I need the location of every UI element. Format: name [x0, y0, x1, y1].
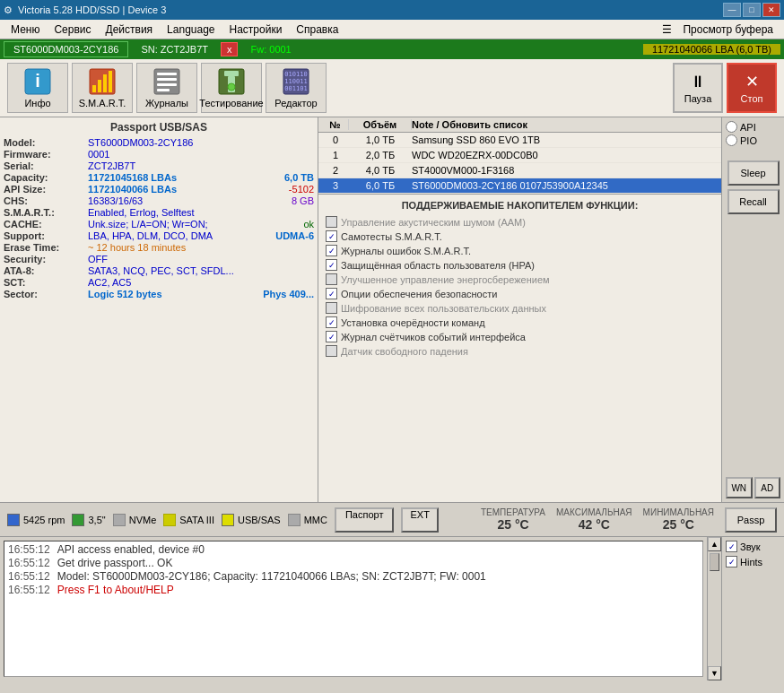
pause-label: Пауза: [684, 93, 712, 104]
device-close-button[interactable]: x: [221, 42, 239, 56]
capacity-row: Capacity: 11721045168 LBAs 6,0 TB: [4, 172, 314, 183]
firmware-value: 0001: [88, 149, 109, 160]
log-scrollbar: ▲ ▼: [707, 537, 721, 680]
menu-item-language[interactable]: Language: [160, 22, 222, 38]
feature-checkbox-6[interactable]: [326, 302, 337, 314]
temp-current: ТЕМПЕРАТУРА 25 °C: [481, 507, 545, 532]
radio-pio-input[interactable]: [726, 134, 737, 146]
sct-value: AC2, AC5: [88, 277, 131, 288]
radio-api[interactable]: API: [726, 121, 780, 133]
feature-checkbox-2[interactable]: ✓: [326, 245, 337, 256]
info-button[interactable]: i Инфо: [7, 63, 68, 113]
ext-button[interactable]: EXT: [401, 507, 438, 533]
sound-checkbox[interactable]: ✓: [726, 541, 737, 552]
svg-rect-6: [109, 71, 112, 92]
drive-num-0: 0: [322, 134, 349, 145]
close-button[interactable]: ✕: [762, 3, 780, 17]
feature-checkbox-5[interactable]: ✓: [326, 288, 337, 299]
capacity-right: 6,0 TB: [284, 172, 314, 183]
security-row: Security: OFF: [4, 254, 314, 264]
menu-item-settings[interactable]: Настройки: [222, 22, 290, 38]
ad-button[interactable]: AD: [754, 477, 781, 498]
journals-label: Журналы: [145, 98, 188, 108]
feature-checkbox-7[interactable]: ✓: [326, 316, 337, 328]
title-bar: ⚙ Victoria 5.28 HDD/SSD | Device 3 — □ ✕: [0, 0, 784, 20]
log-line-2: 16:55:12 Model: ST6000DM003-2CY186; Capa…: [8, 570, 699, 583]
col-header-note[interactable]: Note / Обновить список: [412, 119, 718, 130]
stop-button[interactable]: ✕ Стоп: [727, 63, 777, 113]
drive-row-1[interactable]: 1 2,0 ТБ WDC WD20EZRX-00DC0B0: [318, 148, 721, 163]
fw-info: Fw: 0001: [241, 44, 300, 55]
buffer-button[interactable]: Просмотр буфера: [675, 22, 780, 38]
testing-button[interactable]: Тестирование: [201, 63, 262, 113]
log-scroll[interactable]: 16:55:12 API access enabled, device #0 1…: [4, 541, 703, 677]
journals-button[interactable]: Журналы: [136, 63, 197, 113]
rpm-dot: [7, 514, 20, 526]
smart-label: S.M.A.R.T.: [79, 98, 126, 108]
svg-rect-3: [92, 85, 96, 92]
hints-checkbox[interactable]: ✓: [726, 556, 737, 567]
buffer-icon: ☰: [662, 23, 672, 36]
menu-item-help[interactable]: Справка: [289, 22, 345, 38]
chs-row: CHS: 16383/16/63 8 GB: [4, 195, 314, 206]
scroll-down-button[interactable]: ▼: [708, 666, 721, 680]
feature-text-8: Журнал счётчиков событий интерфейса: [341, 332, 526, 342]
feature-checkbox-3[interactable]: ✓: [326, 259, 337, 271]
smart-button[interactable]: S.M.A.R.T.: [72, 63, 133, 113]
feature-text-5: Опции обеспечения безопасности: [341, 289, 497, 299]
scroll-up-button[interactable]: ▲: [708, 537, 721, 551]
passport-button[interactable]: Паспорт: [335, 507, 395, 533]
ata8-label: ATA-8:: [4, 265, 84, 276]
svg-text:001101: 001101: [284, 85, 307, 92]
feature-checkbox-8[interactable]: ✓: [326, 331, 337, 342]
editor-button[interactable]: 010110 110011 001101 Редактор: [266, 63, 327, 113]
drive-list-header: № Объём Note / Обновить список: [318, 117, 721, 133]
sector-logic: Logic 512 bytes: [88, 289, 162, 299]
recall-button[interactable]: Recall: [727, 189, 780, 214]
sleep-button[interactable]: Sleep: [727, 160, 780, 186]
feature-checkbox-4[interactable]: [326, 273, 337, 285]
drive-row-3[interactable]: 3 6,0 ТБ ST6000DM003-2CY186 0107J53900A1…: [318, 178, 721, 194]
radio-api-input[interactable]: [726, 121, 737, 133]
passp-sidebar-button[interactable]: Passp: [725, 507, 777, 533]
support-label: Support:: [4, 230, 84, 241]
drive-row-0[interactable]: 0 1,0 ТБ Samsung SSD 860 EVO 1TB: [318, 133, 721, 148]
feature-checkbox-1[interactable]: ✓: [326, 230, 337, 242]
apisize-value: 11721040066 LBAs: [88, 184, 177, 195]
drive-row-2[interactable]: 2 4,0 ТБ ST4000VM000-1F3168: [318, 163, 721, 178]
feature-checkbox-9[interactable]: [326, 345, 337, 357]
menu-item-menu[interactable]: Меню: [4, 22, 47, 38]
apisize-label: API Size:: [4, 184, 84, 195]
sector-row: Sector: Logic 512 bytes Phys 409...: [4, 289, 314, 299]
editor-label: Редактор: [274, 98, 317, 108]
device-tab[interactable]: ST6000DM003-2CY186: [4, 41, 128, 57]
wn-ad-group: WN AD: [726, 477, 780, 498]
radio-pio[interactable]: PIO: [726, 134, 780, 146]
minimize-button[interactable]: —: [723, 3, 741, 17]
smart-label: S.M.A.R.T.:: [4, 207, 84, 218]
temp-max-label: МАКСИМАЛЬНАЯ: [556, 507, 632, 517]
drive-vol-0: 1,0 ТБ: [349, 134, 412, 145]
log-container: 16:55:12 API access enabled, device #0 1…: [0, 537, 707, 680]
log-line-0: 16:55:12 API access enabled, device #0: [8, 543, 699, 556]
pause-button[interactable]: ⏸ Пауза: [673, 63, 723, 113]
feature-0: Управление акустическим шумом (AAM): [326, 216, 714, 228]
log-time-3: 16:55:12: [8, 584, 50, 596]
model-value: ST6000DM003-2CY186: [88, 137, 193, 148]
stop-icon: ✕: [745, 72, 759, 91]
editor-icon: 010110 110011 001101: [282, 67, 310, 96]
device-bar: ST6000DM003-2CY186 SN: ZCT2JB7T x Fw: 00…: [0, 39, 784, 59]
serial-row: Serial: ZCT2JB7T: [4, 160, 314, 171]
usb-dot: [222, 514, 234, 526]
menu-item-actions[interactable]: Действия: [99, 22, 161, 38]
menu-item-service[interactable]: Сервис: [47, 22, 98, 38]
wn-button[interactable]: WN: [726, 477, 753, 498]
feature-checkbox-0[interactable]: [326, 216, 337, 228]
col-header-num: №: [322, 119, 349, 130]
testing-icon: [217, 67, 246, 96]
cache-right: ok: [303, 219, 314, 230]
title-icon: ⚙: [4, 4, 13, 16]
erase-label: Erase Time:: [4, 242, 84, 253]
maximize-button[interactable]: □: [743, 3, 761, 17]
log-time-1: 16:55:12: [8, 557, 50, 569]
